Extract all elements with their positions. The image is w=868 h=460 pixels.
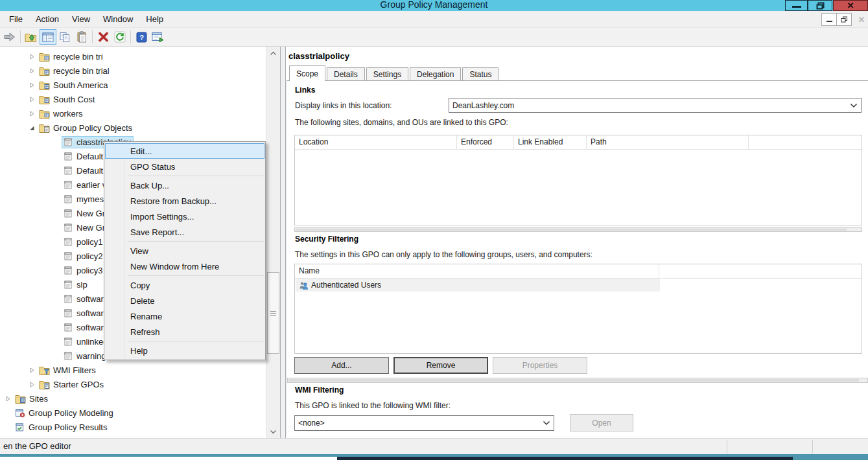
menu-action[interactable]: Action: [29, 11, 65, 27]
expand-arrow-icon[interactable]: [29, 367, 36, 373]
tree-item-south-cost[interactable]: South Cost: [0, 92, 97, 106]
tree-item-starter-gpos[interactable]: Starter GPOs: [0, 377, 106, 391]
close-icon: ✕: [847, 1, 854, 10]
tree-item-wmi-filters[interactable]: WMI Filters: [0, 363, 99, 377]
tree-item-policy2[interactable]: policy2: [0, 249, 105, 263]
tree-item-policy3[interactable]: policy3: [0, 263, 105, 277]
open-button[interactable]: Open: [570, 414, 633, 431]
context-menu-item-restore-from-backup[interactable]: Restore from Backup...: [105, 193, 264, 209]
context-menu: Edit...GPO StatusBack Up...Restore from …: [104, 141, 266, 360]
maximize-icon: [816, 2, 825, 10]
expand-arrow-icon[interactable]: [29, 96, 36, 102]
scroll-thumb[interactable]: [267, 272, 279, 354]
context-menu-item-import-settings[interactable]: Import Settings...: [105, 209, 264, 224]
tree-item-group-policy-modeling[interactable]: Group Policy Modeling: [0, 406, 116, 420]
context-menu-item-refresh[interactable]: Refresh: [105, 324, 264, 339]
expand-arrow-icon[interactable]: [5, 395, 12, 402]
tab-status[interactable]: Status: [462, 67, 499, 81]
tree-item-south-america[interactable]: South America: [0, 78, 111, 92]
expand-arrow-icon[interactable]: [29, 110, 36, 117]
tab-details[interactable]: Details: [327, 67, 365, 81]
tree-item-earlier-ve[interactable]: earlier ve: [0, 178, 113, 192]
context-menu-item-copy[interactable]: Copy: [105, 277, 264, 293]
tree-item-label: Sites: [29, 394, 48, 404]
expand-arrow-icon[interactable]: [29, 381, 36, 387]
tree-item-workers[interactable]: workers: [0, 106, 86, 121]
links-hscrollbar[interactable]: [294, 227, 862, 232]
context-menu-item-back-up[interactable]: Back Up...: [105, 178, 264, 193]
copy-icon[interactable]: [56, 29, 73, 45]
tree-item-sites[interactable]: Sites: [0, 391, 51, 406]
export-list-icon[interactable]: [150, 29, 167, 45]
tree-item-policy1[interactable]: policy1: [0, 235, 105, 249]
up-one-level-icon[interactable]: [23, 29, 40, 45]
tab-delegation[interactable]: Delegation: [410, 67, 461, 81]
minimize-button[interactable]: [785, 0, 808, 11]
tree-item-softwareu[interactable]: softwareu: [0, 320, 115, 334]
tree-item-software[interactable]: software: [0, 292, 111, 306]
panel-splitter[interactable]: [281, 47, 285, 438]
tree-item-group-policy-results[interactable]: Group Policy Results: [0, 420, 110, 434]
tree-item-default-d[interactable]: Default D: [0, 149, 114, 163]
menu-file[interactable]: File: [3, 11, 29, 27]
child-minimize-button[interactable]: [821, 13, 837, 26]
tree-item-group-policy-objects[interactable]: Group Policy Objects: [0, 121, 135, 135]
links-column-path[interactable]: Path: [587, 135, 749, 149]
menu-view[interactable]: View: [65, 11, 97, 27]
tree-item-new-grou[interactable]: New Grou: [0, 206, 117, 220]
scroll-up-icon[interactable]: [266, 47, 280, 60]
links-column-location[interactable]: Location: [295, 135, 457, 149]
tree-item-label: Group Policy Results: [29, 422, 107, 432]
refresh-icon[interactable]: [111, 29, 128, 45]
child-close-button[interactable]: ✕: [856, 13, 867, 26]
expand-arrow-icon[interactable]: [29, 67, 36, 74]
tree-item-warning-b[interactable]: warning b: [0, 349, 115, 363]
page-hscrollbar[interactable]: [287, 378, 868, 383]
tree-item-mymessa[interactable]: mymessa: [0, 192, 115, 206]
properties-button[interactable]: Properties: [493, 357, 587, 374]
links-column-link-enabled[interactable]: Link Enabled: [514, 135, 587, 149]
security-name-column-header[interactable]: Name: [295, 264, 659, 278]
collapse-arrow-icon[interactable]: [29, 124, 36, 131]
context-menu-item-new-window-from-here[interactable]: New Window from Here: [105, 259, 264, 274]
menu-help[interactable]: Help: [139, 11, 170, 27]
menu-window[interactable]: Window: [97, 11, 139, 27]
tree-item-recycle-bin-trial[interactable]: recycle bin trial: [0, 63, 112, 78]
links-column-enforced[interactable]: Enforced: [457, 135, 514, 149]
close-button[interactable]: ✕: [833, 0, 868, 11]
tree-item-slp[interactable]: slp: [0, 277, 90, 292]
location-dropdown[interactable]: DeanLashley.com: [449, 98, 862, 113]
context-menu-item-delete[interactable]: Delete: [105, 293, 264, 308]
tab-settings[interactable]: Settings: [366, 67, 408, 81]
expand-arrow-icon[interactable]: [29, 53, 36, 60]
context-menu-item-help[interactable]: Help: [105, 343, 264, 358]
paste-icon[interactable]: [73, 29, 90, 45]
tree-item-new-grou[interactable]: New Grou: [0, 220, 117, 235]
wmi-filter-dropdown[interactable]: <none>: [294, 415, 554, 431]
tab-scope[interactable]: Scope: [289, 65, 325, 81]
context-menu-item-edit[interactable]: Edit...: [105, 143, 264, 159]
show-console-tree-icon[interactable]: [40, 29, 56, 45]
help-icon[interactable]: ?: [133, 29, 150, 45]
context-menu-separator: [128, 176, 264, 176]
display-links-label: Display links in this location:: [295, 101, 392, 110]
maximize-button[interactable]: [808, 0, 832, 11]
add-button[interactable]: Add...: [294, 357, 389, 374]
security-row-authenticated-users[interactable]: Authenticated Users: [296, 279, 660, 292]
remove-button[interactable]: Remove: [393, 357, 488, 374]
tree-item-label: South America: [53, 80, 108, 90]
tree-scrollbar[interactable]: [266, 47, 280, 438]
scroll-down-icon[interactable]: [266, 425, 280, 438]
expand-arrow-icon[interactable]: [29, 82, 36, 88]
tree-item-unlinked[interactable]: unlinked: [0, 334, 110, 349]
context-menu-item-gpo-status[interactable]: GPO Status: [105, 159, 264, 174]
tree-item-recycle-bin-tri[interactable]: recycle bin tri: [0, 49, 106, 63]
child-restore-button[interactable]: [836, 13, 852, 26]
tree-item-default-d[interactable]: Default D: [0, 163, 114, 178]
context-menu-item-save-report[interactable]: Save Report...: [105, 224, 264, 240]
forward-icon[interactable]: [1, 29, 18, 45]
tree-item-software[interactable]: software: [0, 306, 111, 320]
context-menu-item-view[interactable]: View: [105, 243, 264, 259]
context-menu-item-rename[interactable]: Rename: [105, 308, 264, 324]
delete-icon[interactable]: [95, 29, 111, 45]
